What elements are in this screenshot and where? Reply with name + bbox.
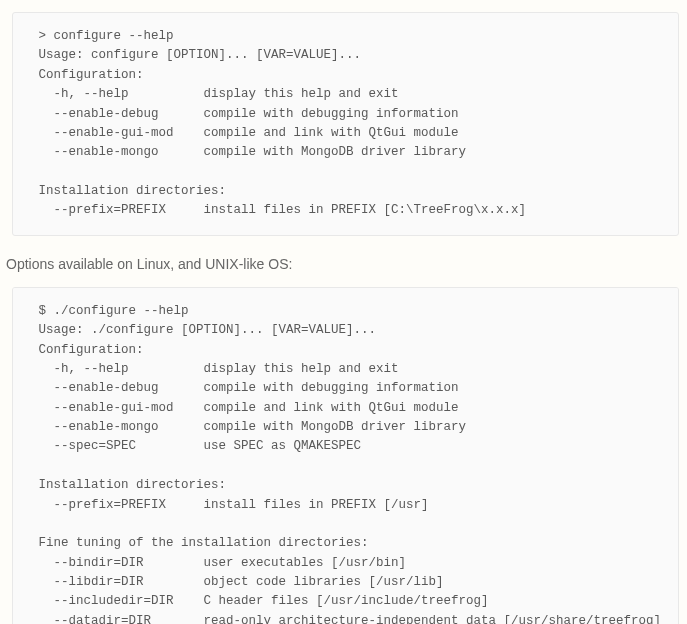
code-block-unix: $ ./configure --help Usage: ./configure …	[12, 287, 679, 624]
caption-unix-options: Options available on Linux, and UNIX-lik…	[6, 254, 681, 275]
code-block-windows: > configure --help Usage: configure [OPT…	[12, 12, 679, 236]
